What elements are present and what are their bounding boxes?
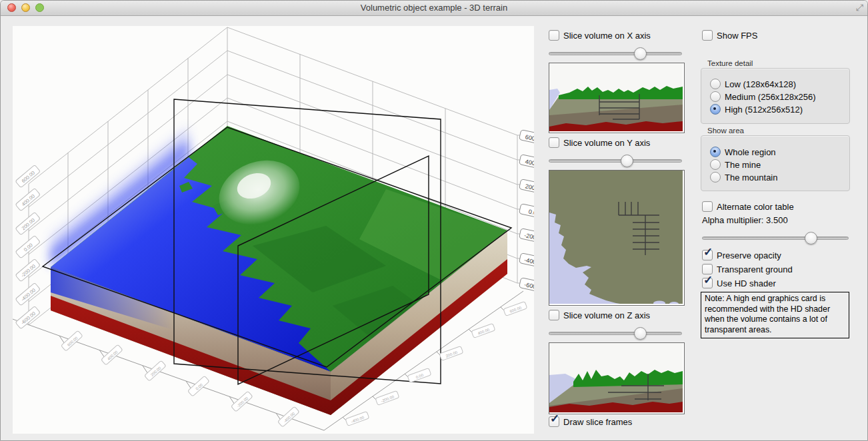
slice-z-label: Slice volume on Z axis [563, 310, 650, 320]
use-hd-shader-row: Use HD shader [702, 278, 776, 288]
terrain-3d-canvas: 600.00 400.00 200.00 0.00 -200.00 -400.0… [13, 26, 534, 434]
area-whole-region-radio[interactable] [710, 147, 721, 157]
transparent-ground-row: Transparent ground [702, 264, 793, 274]
slice-x-slider-thumb[interactable] [634, 47, 647, 60]
fullscreen-arrows-icon[interactable]: ⤢ [856, 2, 863, 13]
window-title: Volumetric object example - 3D terrain [1, 1, 867, 15]
slice-x-slider[interactable] [549, 47, 682, 59]
draw-slice-frames-row: Draw slice frames [549, 416, 632, 427]
alpha-multiplier-slider-track[interactable] [702, 236, 849, 240]
area-mine-label: The mine [725, 160, 761, 170]
slice-z-slider[interactable] [549, 327, 682, 339]
preserve-opacity-checkbox[interactable] [702, 250, 713, 260]
preserve-opacity-row: Preserve opacity [702, 250, 781, 260]
alternate-color-table-checkbox[interactable] [702, 201, 713, 212]
area-mountain-row: The mountain [710, 172, 778, 183]
draw-slice-frames-checkbox[interactable] [549, 416, 559, 427]
slice-y-row: Slice volume on Y axis [549, 137, 650, 148]
slice-y-label: Slice volume on Y axis [563, 138, 650, 148]
area-mine-radio[interactable] [710, 159, 721, 170]
slice-x-row: Slice volume on X axis [549, 30, 651, 41]
texture-detail-group-label: Texture detail [707, 59, 753, 67]
alpha-multiplier-slider[interactable] [702, 232, 849, 244]
hd-shader-note: Note: A high end graphics card is recomm… [701, 292, 849, 338]
texture-medium-label: Medium (256x128x256) [725, 92, 816, 102]
slice-z-preview [549, 342, 685, 414]
slice-x-checkbox[interactable] [549, 30, 559, 41]
slice-y-checkbox[interactable] [549, 137, 559, 148]
slice-x-slider-track[interactable] [549, 52, 682, 55]
transparent-ground-label: Transparent ground [717, 264, 793, 274]
slice-z-slider-track[interactable] [549, 332, 682, 335]
slice-z-slider-thumb[interactable] [634, 327, 647, 340]
area-whole-region-label: Whole region [725, 147, 776, 157]
app-window: Volumetric object example - 3D terrain ⤢ [0, 0, 868, 441]
area-whole-region-row: Whole region [710, 147, 776, 157]
area-mountain-label: The mountain [725, 173, 778, 183]
show-fps-row: Show FPS [702, 30, 757, 41]
area-mine-row: The mine [710, 159, 761, 170]
alternate-color-table-row: Alternate color table [702, 201, 794, 212]
alpha-multiplier-label: Alpha multiplier: 3.500 [702, 215, 788, 225]
show-area-group-label: Show area [707, 127, 744, 135]
slice-z-checkbox[interactable] [549, 310, 559, 320]
use-hd-shader-checkbox[interactable] [702, 278, 713, 288]
texture-medium-radio[interactable] [710, 91, 721, 102]
area-mountain-radio[interactable] [710, 172, 721, 183]
texture-medium-row: Medium (256x128x256) [710, 91, 816, 102]
show-fps-checkbox[interactable] [702, 30, 713, 41]
texture-high-radio[interactable] [710, 104, 721, 115]
texture-high-label: High (512x256x512) [725, 105, 803, 115]
alpha-multiplier-slider-thumb[interactable] [805, 232, 817, 244]
slice-z-row: Slice volume on Z axis [549, 310, 650, 320]
slice-y-preview [549, 170, 685, 306]
window-titlebar[interactable]: Volumetric object example - 3D terrain ⤢ [1, 1, 867, 16]
texture-high-row: High (512x256x512) [710, 104, 803, 115]
use-hd-shader-label: Use HD shader [717, 278, 776, 288]
preserve-opacity-label: Preserve opacity [717, 250, 781, 260]
alternate-color-table-label: Alternate color table [717, 202, 794, 212]
slice-x-preview [549, 63, 685, 133]
terrain-3d-view[interactable]: 600.00 400.00 200.00 0.00 -200.00 -400.0… [13, 26, 534, 434]
slice-y-slider-track[interactable] [549, 159, 682, 163]
slice-y-slider-thumb[interactable] [621, 155, 633, 167]
show-fps-label: Show FPS [717, 31, 757, 41]
slice-y-slider[interactable] [549, 155, 682, 167]
texture-low-radio[interactable] [710, 79, 721, 89]
texture-low-label: Low (128x64x128) [725, 79, 796, 89]
slice-x-label: Slice volume on X axis [563, 31, 651, 41]
draw-slice-frames-label: Draw slice frames [563, 417, 632, 427]
texture-low-row: Low (128x64x128) [710, 79, 796, 89]
